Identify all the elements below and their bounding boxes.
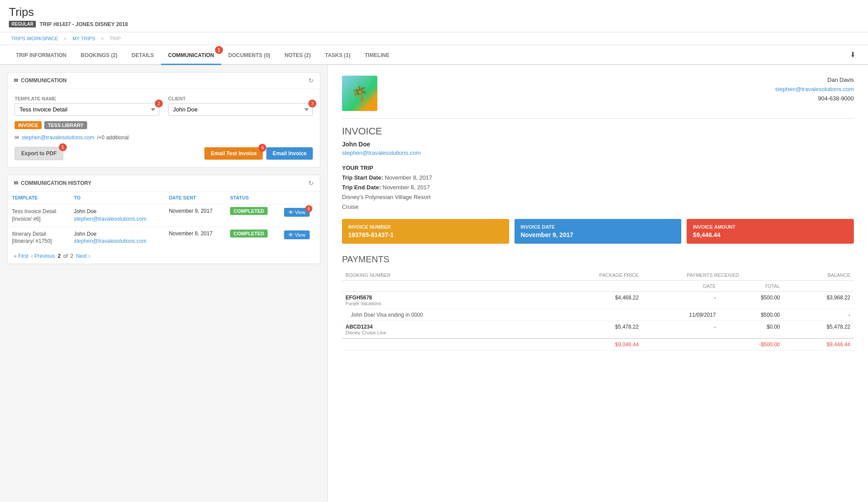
col-action [280,192,320,204]
row1-action: 👁 View 6 [280,204,320,227]
history-card-header: ✉ COMMUNICATION HISTORY ↻ [8,175,320,192]
invoice-section-label: INVOICE [342,126,854,137]
pagination-first[interactable]: « First [14,253,28,259]
tab-tasks[interactable]: TASKS (1) [318,47,357,65]
step-5-badge: 5 [59,143,67,151]
pagination: « First ‹ Previous 2 of 2 Next › [8,249,320,264]
trip-image: 🌴 [342,76,377,111]
pay-col-price: PACKAGE PRICE [536,270,642,281]
agent-info: Dan Davis stephen@travalesolutions.com 9… [775,76,854,103]
agent-row: 🌴 Dan Davis stephen@travalesolutions.com… [342,76,854,111]
payments-received-header: PAYMENTS RECEIVED [642,270,784,281]
col-date-sent: DATE SENT [165,192,226,204]
pagination-of: of [63,253,68,259]
pagination-current: 2 [58,253,61,259]
tab-trip-information[interactable]: TRIP INFORMATION [9,47,73,65]
table-row: Tess Invoice Detail [Invoice/ #6] John D… [8,204,320,227]
download-icon[interactable]: ⬇ [846,45,859,64]
row2-template: Itinerary Detail [Itinerary/ #1750] [8,226,69,249]
invoice-cards: INVOICE NUMBER 193765-81437-1 INVOICE DA… [342,219,854,244]
payment-row-1: EFGH5678 Funjet Vacations $4,468.22 - $5… [342,292,854,309]
tab-documents[interactable]: DOCUMENTS (0) [221,47,277,65]
row1-template: Tess Invoice Detail [Invoice/ #6] [8,204,69,227]
client-label: Client [168,96,313,101]
main-layout: ✉ COMMUNICATION ↻ Template Name Tess Inv… [0,65,868,502]
email-invoice-button[interactable]: Email Invoice [266,147,313,160]
export-pdf-button[interactable]: Export to PDF [15,147,63,160]
pagination-total: 2 [70,253,73,259]
communication-refresh-icon[interactable]: ↻ [308,77,314,84]
breadcrumb: TRIPS WORKSPACE > MY TRIPS > TRIP [0,32,868,45]
payment-subrow-1: John Doe/ Visa ending in 0000 11/09/2017… [342,309,854,321]
view-badge-1: 6 [305,205,312,212]
communication-card-header: ✉ COMMUNICATION ↻ [8,73,320,89]
invoice-client-email: stephen@travalesolutions.com [342,149,854,156]
history-section-title: ✉ COMMUNICATION HISTORY [14,180,92,186]
communication-body: Template Name Tess Invoice Detail 2 Clie… [8,89,320,167]
step-2-badge: 2 [155,100,163,107]
payments-title: PAYMENTS [342,254,854,264]
col-to: TO [69,192,165,204]
trip-info-block: YOUR TRIP Trip Start Date: November 8, 2… [342,163,854,212]
row1-to: John Doe stephen@travalesolutions.com [69,204,165,227]
page-title: Trips [9,5,859,19]
agent-email[interactable]: stephen@travalesolutions.com [775,86,854,92]
divider [342,118,854,119]
tab-notes[interactable]: NOTES (2) [277,47,318,65]
tab-details[interactable]: DETAILS [125,47,161,65]
trip-type-badge: REGULAR [9,21,36,27]
tag-invoice: INVOICE [15,121,42,129]
pay-col-balance: BALANCE [784,270,854,281]
row2-to: John Doe stephen@travalesolutions.com [69,226,165,249]
communication-section-title: ✉ COMMUNICATION [14,77,67,84]
left-panel: ✉ COMMUNICATION ↻ Template Name Tess Inv… [0,65,327,502]
step-3-badge: 3 [308,100,316,107]
payment-row-2: ABCD1234 Disney Cruise Line $5,478.22 - … [342,321,854,339]
communication-card: ✉ COMMUNICATION ↻ Template Name Tess Inv… [7,72,320,168]
row2-action: 👁 View [280,226,320,249]
history-refresh-icon[interactable]: ↻ [308,180,314,187]
tabs-bar: TRIP INFORMATION BOOKINGS (2) DETAILS CO… [0,45,868,65]
tag-tess-library: TESS LIBRARY [44,121,87,129]
row1-date: November 9, 2017 [165,204,226,227]
tag-row: INVOICE TESS LIBRARY [15,121,313,129]
invoice-panel: 🌴 Dan Davis stephen@travalesolutions.com… [327,65,868,502]
breadcrumb-trips-workspace[interactable]: TRIPS WORKSPACE [11,36,58,41]
payments-total-row: $9,046.44 -$500.00 $9,446.44 [342,338,854,351]
col-template: TEMPLATE [8,192,69,204]
pay-col-total: TOTAL [719,281,784,292]
action-row: Export to PDF 5 Email Test Invoice 4 Ema… [15,147,313,160]
template-client-row: Template Name Tess Invoice Detail 2 Clie… [15,96,313,116]
invoice-amount-card: INVOICE AMOUNT $9,446.44 [687,219,854,244]
pagination-next[interactable]: Next › [76,253,90,259]
tab-timeline[interactable]: TIMELINE [357,47,396,65]
agent-phone: 904-638-9000 [775,94,854,103]
template-name-select[interactable]: Tess Invoice Detail [15,103,159,116]
pay-col-booking: BOOKING NUMBER [342,270,536,281]
row2-date: November 8, 2017 [165,226,226,249]
history-table-wrapper: TEMPLATE TO DATE SENT STATUS Tess Invoic… [8,192,320,264]
agent-name: Dan Davis [775,76,854,85]
invoice-date-card: INVOICE DATE November 9, 2017 [515,219,682,244]
invoice-number-card: INVOICE NUMBER 193765-81437-1 [342,219,509,244]
table-row: Itinerary Detail [Itinerary/ #1750] John… [8,226,320,249]
email-test-invoice-button[interactable]: Email Test Invoice [204,147,263,160]
tab-bookings[interactable]: BOOKINGS (2) [73,47,124,65]
client-select[interactable]: John Doe [168,103,313,116]
col-status: STATUS [226,192,280,204]
booking-2: ABCD1234 Disney Cruise Line [342,321,536,339]
pay-col-date: DATE [642,281,719,292]
email-link[interactable]: stephen@travalesolutions.com [22,134,94,141]
page-header: Trips REGULAR TRIP #81437 - JONES DISNEY… [0,0,868,32]
row2-status: COMPLETED [226,226,280,249]
view-button-2[interactable]: 👁 View [284,230,310,239]
breadcrumb-my-trips[interactable]: MY TRIPS [73,36,96,41]
template-name-group: Template Name Tess Invoice Detail 2 [15,96,159,116]
view-button-1[interactable]: 👁 View 6 [284,208,310,217]
history-table: TEMPLATE TO DATE SENT STATUS Tess Invoic… [8,192,320,249]
client-group: Client John Doe 3 [168,96,313,116]
pagination-prev[interactable]: ‹ Previous [31,253,55,259]
email-row: ✉ stephen@travalesolutions.com /+0 addit… [15,134,313,141]
step-4-badge: 4 [258,144,266,152]
tab-communication[interactable]: COMMUNICATION 1 [161,47,221,65]
